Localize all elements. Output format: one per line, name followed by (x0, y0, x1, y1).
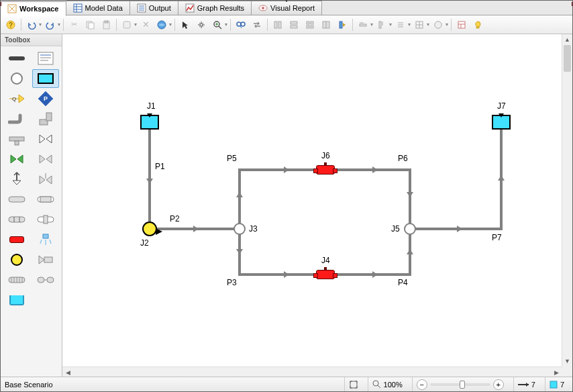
workspace-canvas[interactable]: P1 P2 P5 P3 P6 P4 (62, 34, 562, 366)
remove-button[interactable]: ✕ (138, 17, 153, 32)
tool-valve-2[interactable] (32, 150, 60, 168)
properties-button[interactable] (454, 17, 469, 32)
tab-output[interactable]: Output (130, 1, 178, 15)
grid-button[interactable] (412, 17, 427, 32)
workspace-icon (7, 4, 17, 13)
tool-compressor[interactable] (32, 250, 60, 269)
tool-relief[interactable] (32, 170, 60, 189)
pipe-label-p7: P7 (492, 233, 502, 242)
status-fit-button[interactable] (344, 377, 362, 391)
pan-button[interactable] (194, 17, 209, 32)
tip-button[interactable] (470, 17, 485, 32)
tool-pipe[interactable] (3, 49, 31, 68)
pointer-button[interactable] (178, 17, 193, 32)
swap-button[interactable] (250, 17, 264, 32)
horizontal-scrollbar[interactable]: ◀▶ (62, 366, 562, 377)
paste-button[interactable] (99, 17, 113, 32)
tool-orifice-1[interactable] (3, 210, 31, 229)
svg-rect-30 (291, 21, 297, 24)
label-j1: J1 (147, 101, 156, 111)
svg-rect-82 (350, 381, 357, 388)
svg-point-20 (200, 23, 203, 26)
junction-j4-valve[interactable] (316, 270, 335, 279)
cut-button[interactable]: ✂ (66, 17, 81, 32)
help-icon[interactable]: ? (3, 17, 18, 32)
tool-check-valve[interactable] (3, 150, 31, 168)
status-junction-count: 7 (560, 381, 564, 389)
pipe-branch-j5[interactable] (409, 168, 411, 276)
svg-rect-68 (9, 197, 25, 202)
layout-4-button[interactable] (319, 17, 333, 32)
svg-rect-53 (9, 56, 25, 60)
undo-button[interactable] (24, 17, 39, 32)
vertical-scrollbar[interactable]: ▲▼ (562, 34, 572, 366)
layout-3-button[interactable] (303, 17, 317, 32)
zoom-button[interactable] (210, 17, 225, 32)
svg-rect-79 (38, 277, 44, 283)
status-bar: Base Scenario 100% − + 7 7 (1, 377, 572, 391)
tab-graph-results[interactable]: Graph Results (178, 1, 252, 15)
tab-visual-report[interactable]: Visual Report (252, 1, 322, 15)
stop-button[interactable] (431, 17, 446, 32)
tool-valve-generic[interactable] (32, 130, 60, 148)
junction-j5[interactable] (404, 223, 416, 235)
tool-spray[interactable] (32, 230, 60, 249)
tool-assigned-flow[interactable]: Q (3, 89, 31, 108)
junction-j2-pump[interactable] (142, 222, 157, 236)
zoom-slider[interactable] (430, 383, 490, 386)
tool-hx-2[interactable] (32, 190, 60, 209)
copy-button[interactable] (83, 17, 97, 32)
tool-reservoir[interactable] (32, 69, 60, 88)
annotate-1-button[interactable] (356, 17, 370, 32)
tab-workspace[interactable]: Workspace (1, 1, 66, 16)
junction-j1-reservoir[interactable] (140, 115, 159, 130)
redo-button[interactable] (43, 17, 58, 32)
tool-screen[interactable] (3, 271, 31, 289)
svg-rect-54 (38, 52, 53, 64)
tool-pump[interactable] (3, 250, 31, 269)
pipe-branch-j3[interactable] (238, 168, 241, 276)
svg-rect-32 (307, 21, 309, 24)
pipe-label-p2: P2 (170, 214, 180, 224)
svg-rect-18 (123, 21, 130, 28)
status-pipe-count: 7 (531, 381, 535, 389)
tool-vent[interactable] (3, 170, 31, 189)
zoom-in-button[interactable]: + (493, 379, 504, 390)
junction-j3[interactable] (233, 223, 246, 235)
tool-tee[interactable] (3, 130, 31, 148)
tool-elbow[interactable] (32, 109, 60, 128)
svg-marker-49 (435, 21, 441, 28)
tool-annotation[interactable] (32, 49, 60, 68)
svg-rect-50 (458, 21, 465, 28)
layout-2-button[interactable] (286, 17, 301, 32)
svg-point-83 (373, 381, 378, 386)
tool-hx-1[interactable] (3, 190, 31, 209)
svg-line-22 (219, 26, 221, 29)
label-j6: J6 (321, 151, 330, 160)
tool-bend[interactable] (3, 109, 31, 128)
svg-rect-76 (43, 234, 48, 238)
status-scenario: Base Scenario (5, 381, 53, 389)
run-button[interactable] (335, 17, 350, 32)
tab-model-data[interactable]: Model Data (66, 1, 130, 15)
zoom-out-button[interactable]: − (417, 379, 427, 390)
tool-orifice-2[interactable] (32, 210, 60, 229)
tool-junction[interactable] (3, 69, 31, 88)
layout-1-button[interactable] (270, 17, 285, 32)
junction-j6-valve[interactable] (316, 165, 335, 175)
tool-control-valve[interactable] (3, 230, 31, 249)
svg-text:Q: Q (12, 96, 16, 102)
list-button[interactable] (393, 17, 408, 32)
delete-button[interactable] (119, 17, 134, 32)
tool-assigned-pressure[interactable]: P (32, 89, 60, 108)
tool-separator[interactable] (32, 271, 60, 289)
junction-count-icon (550, 381, 558, 389)
annotate-2-button[interactable] (374, 17, 389, 32)
pipe-label-p4: P4 (398, 278, 408, 287)
tab-label: Visual Report (270, 4, 315, 12)
svg-rect-1 (74, 4, 82, 12)
junction-j7-reservoir[interactable] (492, 115, 511, 130)
tool-tank[interactable] (3, 291, 31, 309)
globe-button[interactable] (154, 17, 169, 32)
find-button[interactable] (233, 17, 248, 32)
